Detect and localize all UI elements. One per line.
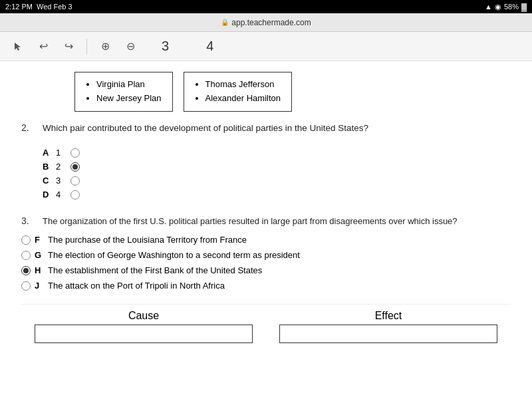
- wifi-icon: ▲: [485, 3, 492, 11]
- choice-2D-label: D: [43, 190, 52, 200]
- url-display: app.teachermade.com: [231, 18, 311, 27]
- cause-border: [35, 325, 253, 343]
- effect-border: [279, 325, 497, 343]
- choice-3F-text: The purchase of the Louisiana Territory …: [48, 235, 247, 245]
- answer-box-3: Virginia Plan New Jersey Plan: [74, 72, 173, 112]
- redo-button[interactable]: ↪: [59, 37, 78, 57]
- choice-3G-radio[interactable]: [21, 251, 31, 260]
- choice-2D[interactable]: D 4: [43, 190, 511, 200]
- cause-effect-row: Cause Effect: [21, 304, 511, 343]
- choice-2A-num: 1: [56, 148, 66, 158]
- cause-box: Cause: [21, 310, 266, 343]
- cause-label: Cause: [21, 310, 266, 322]
- box4-list: Thomas Jefferson Alexander Hamilton: [195, 78, 281, 106]
- question-2-header: 2. Which pair contributed to the develop…: [21, 122, 511, 143]
- choice-3F[interactable]: F The purchase of the Louisiana Territor…: [21, 235, 511, 245]
- toolbar: ↩ ↪ ⊕ ⊖ 3 4: [0, 32, 532, 61]
- lock-icon: 🔒: [221, 19, 229, 26]
- question-2-text: Which pair contributed to the developmen…: [43, 122, 368, 135]
- choice-3H-radio[interactable]: [21, 266, 31, 275]
- box4-item-2: Alexander Hamilton: [205, 92, 281, 106]
- box3-item-2: New Jersey Plan: [96, 92, 162, 106]
- answer-box-4: Thomas Jefferson Alexander Hamilton: [184, 72, 292, 112]
- choice-3G-label: G: [35, 250, 44, 260]
- cursor-button[interactable]: [8, 37, 28, 57]
- question-2-block: 2. Which pair contributed to the develop…: [21, 122, 511, 200]
- choice-2C-num: 3: [56, 176, 66, 186]
- undo-button[interactable]: ↩: [33, 37, 53, 57]
- choice-2A[interactable]: A 1: [43, 148, 511, 158]
- choice-2C-radio[interactable]: [70, 176, 80, 186]
- zoom-out-button[interactable]: ⊖: [120, 37, 140, 57]
- status-bar: 2:12 PM Wed Feb 3 ▲ ◉ 58% ▓: [0, 0, 532, 13]
- question-2-number: 2.: [21, 122, 37, 133]
- choice-2D-radio[interactable]: [70, 190, 80, 200]
- answer-boxes-row: Virginia Plan New Jersey Plan Thomas Jef…: [21, 72, 511, 112]
- choice-3J[interactable]: J The attack on the Port of Tripoli in N…: [21, 281, 511, 291]
- effect-box: Effect: [266, 310, 511, 343]
- choice-3H-text: The establishment of the First Bank of t…: [48, 265, 262, 275]
- choice-2C-label: C: [43, 176, 52, 186]
- choice-2A-radio[interactable]: [70, 148, 80, 158]
- box3-item-1: Virginia Plan: [96, 78, 162, 92]
- choice-2C[interactable]: C 3: [43, 176, 511, 186]
- box4-number: 4: [190, 39, 229, 54]
- status-time: 2:12 PM: [5, 3, 33, 11]
- choice-2B[interactable]: B 2: [43, 162, 511, 172]
- title-bar: 🔒 app.teachermade.com: [0, 13, 532, 32]
- signal-icon: ◉: [495, 3, 501, 11]
- effect-label: Effect: [266, 310, 511, 322]
- choice-3J-radio[interactable]: [21, 281, 31, 291]
- status-day: Wed Feb 3: [37, 3, 72, 11]
- question-3-number: 3.: [21, 215, 37, 228]
- choice-3J-text: The attack on the Port of Tripoli in Nor…: [48, 281, 225, 291]
- box3-list: Virginia Plan New Jersey Plan: [86, 78, 162, 106]
- battery-level: 58%: [504, 3, 519, 11]
- box3-number: 3: [146, 39, 185, 54]
- choice-3H-label: H: [35, 265, 44, 275]
- question-2-choices: A 1 B 2 C 3 D 4: [43, 148, 511, 200]
- choice-2D-num: 4: [56, 190, 66, 200]
- choice-3G[interactable]: G The election of George Washington to a…: [21, 250, 511, 260]
- choice-3F-radio[interactable]: [21, 235, 31, 245]
- choice-2B-radio[interactable]: [70, 162, 80, 172]
- choice-2A-label: A: [43, 148, 52, 158]
- question-3-choices: F The purchase of the Louisiana Territor…: [21, 235, 511, 291]
- question-3-block: 3. The organization of the first U.S. po…: [21, 215, 511, 291]
- question-3-header: 3. The organization of the first U.S. po…: [21, 215, 511, 228]
- choice-2B-label: B: [43, 162, 52, 172]
- main-content: Virginia Plan New Jersey Plan Thomas Jef…: [0, 61, 532, 399]
- toolbar-separator: [86, 39, 87, 55]
- choice-3F-label: F: [35, 235, 44, 245]
- choice-2B-num: 2: [56, 162, 66, 172]
- box4-item-1: Thomas Jefferson: [205, 78, 281, 92]
- battery-icon: ▓: [521, 3, 527, 11]
- choice-3G-text: The election of George Washington to a s…: [48, 250, 300, 260]
- choice-3J-label: J: [35, 281, 44, 291]
- question-3-text: The organization of the first U.S. polit…: [43, 215, 458, 228]
- zoom-in-button[interactable]: ⊕: [95, 37, 115, 57]
- choice-3H[interactable]: H The establishment of the First Bank of…: [21, 265, 511, 275]
